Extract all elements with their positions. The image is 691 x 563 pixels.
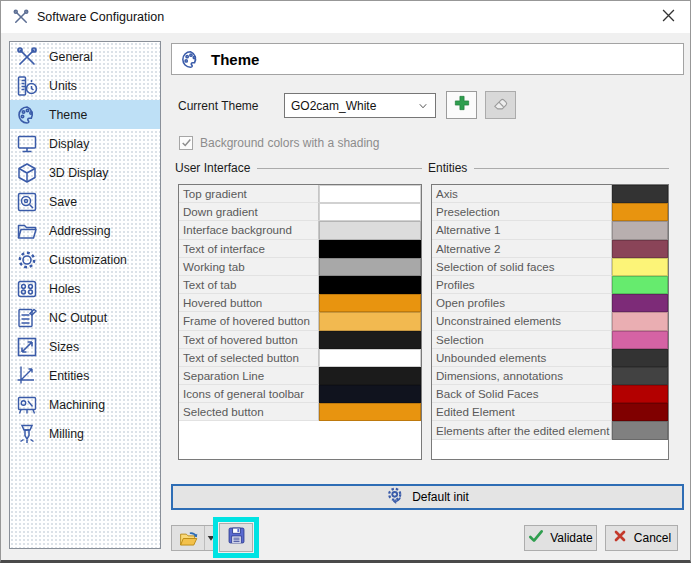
color-swatch[interactable] (319, 312, 421, 330)
color-row-label: Text of hovered button (179, 331, 319, 349)
cancel-button[interactable]: Cancel (605, 525, 678, 551)
palette-icon (179, 48, 202, 71)
sidebar-item-entities[interactable]: Entities (10, 361, 160, 390)
sidebar-item-theme[interactable]: Theme (10, 100, 160, 129)
app-tools-icon (12, 8, 30, 26)
entities-color-table: AxisPreselectionAlternative 1Alternative… (431, 184, 669, 460)
sidebar-item-addressing[interactable]: Addressing (10, 216, 160, 245)
folder-open-icon[interactable] (172, 526, 204, 550)
color-row-label: Back of Solid Faces (432, 385, 612, 403)
color-row-label: Alternative 2 (432, 240, 612, 258)
color-row-label: Unbounded elements (432, 349, 612, 367)
color-swatch[interactable] (612, 276, 668, 294)
close-button[interactable] (654, 5, 682, 29)
color-swatch[interactable] (612, 403, 668, 421)
sidebar-item-general[interactable]: General (10, 42, 160, 71)
color-row: Selection (432, 331, 668, 349)
color-row-label: Selection (432, 331, 612, 349)
tools-icon (15, 45, 39, 69)
color-swatch[interactable] (319, 385, 421, 403)
color-row: Separation Line (179, 367, 421, 385)
add-theme-button[interactable] (446, 91, 477, 119)
color-swatch[interactable] (319, 294, 421, 312)
cancel-label: Cancel (634, 531, 671, 545)
sidebar-item-units[interactable]: Units (10, 71, 160, 100)
color-row: Unbounded elements (432, 349, 668, 367)
color-swatch[interactable] (612, 331, 668, 349)
color-row: Open profiles (432, 294, 668, 312)
color-row-label: Hovered button (179, 294, 319, 312)
sidebar-item-label: Save (49, 195, 77, 209)
color-swatch[interactable] (612, 240, 668, 258)
color-swatch[interactable] (319, 221, 421, 239)
color-row: Text of interface (179, 240, 421, 258)
color-row: Hovered button (179, 294, 421, 312)
sidebar-item-label: Display (49, 137, 89, 151)
current-theme-value: GO2cam_White (291, 99, 416, 113)
shading-checkbox[interactable] (179, 136, 193, 150)
validate-label: Validate (550, 531, 592, 545)
open-dropdown-arrow[interactable] (204, 526, 216, 550)
cube-icon (15, 161, 39, 185)
color-swatch[interactable] (319, 203, 421, 221)
sidebar-item-label: General (49, 50, 93, 64)
sidebar-item-holes[interactable]: Holes (10, 274, 160, 303)
color-swatch[interactable] (612, 221, 668, 239)
sidebar-item-label: Milling (49, 427, 84, 441)
color-swatch[interactable] (612, 421, 668, 439)
color-row-label: Selected button (179, 403, 319, 421)
color-row-label: Frame of hovered button (179, 312, 319, 330)
monitor-icon (15, 132, 39, 156)
color-row-label: Text of tab (179, 276, 319, 294)
gear-refresh-icon (386, 486, 405, 509)
color-swatch[interactable] (319, 367, 421, 385)
sidebar-item-display[interactable]: Display (10, 129, 160, 158)
color-row-label: Text of interface (179, 240, 319, 258)
color-row: Elements after the edited element (432, 421, 668, 439)
color-row: Text of hovered button (179, 331, 421, 349)
close-icon (662, 8, 675, 26)
sidebar-item-customization[interactable]: Customization (10, 245, 160, 274)
color-swatch[interactable] (319, 349, 421, 367)
sidebar-item-milling[interactable]: Milling (10, 419, 160, 448)
color-swatch[interactable] (612, 185, 668, 203)
color-swatch[interactable] (319, 258, 421, 276)
color-swatch[interactable] (612, 349, 668, 367)
color-swatch[interactable] (319, 276, 421, 294)
floppy-save-icon (226, 525, 247, 550)
color-swatch[interactable] (612, 294, 668, 312)
color-row: Text of selected button (179, 349, 421, 367)
sidebar-item-3d-display[interactable]: 3D Display (10, 158, 160, 187)
color-row-label: Selection of solid faces (432, 258, 612, 276)
color-swatch[interactable] (319, 403, 421, 421)
color-row: Top gradient (179, 185, 421, 203)
sidebar-item-machining[interactable]: Machining (10, 390, 160, 419)
delete-theme-button[interactable] (485, 91, 516, 119)
palette-icon (15, 103, 39, 127)
validate-button[interactable]: Validate (524, 525, 597, 551)
color-row: Axis (432, 185, 668, 203)
current-theme-select[interactable]: GO2cam_White (284, 93, 436, 118)
color-row: Unconstrained elements (432, 312, 668, 330)
sidebar-item-label: Sizes (49, 340, 79, 354)
nc-output-icon (15, 306, 39, 330)
sidebar-item-nc-output[interactable]: NC Output (10, 303, 160, 332)
default-init-button[interactable]: Default init (171, 484, 684, 510)
open-theme-split-button[interactable] (171, 525, 217, 551)
sidebar-item-label: 3D Display (49, 166, 108, 180)
sidebar-item-save[interactable]: Save (10, 187, 160, 216)
color-swatch[interactable] (319, 185, 421, 203)
color-swatch[interactable] (612, 312, 668, 330)
sidebar-item-label: NC Output (49, 311, 107, 325)
save-theme-button[interactable] (219, 523, 253, 552)
color-swatch[interactable] (612, 367, 668, 385)
color-swatch[interactable] (319, 331, 421, 349)
color-row-label: Elements after the edited element (432, 421, 612, 439)
color-swatch[interactable] (612, 258, 668, 276)
color-swatch[interactable] (612, 203, 668, 221)
units-icon (15, 74, 39, 98)
color-swatch[interactable] (319, 240, 421, 258)
sidebar-item-sizes[interactable]: Sizes (10, 332, 160, 361)
color-swatch[interactable] (612, 385, 668, 403)
titlebar: Software Configuration (1, 1, 690, 33)
